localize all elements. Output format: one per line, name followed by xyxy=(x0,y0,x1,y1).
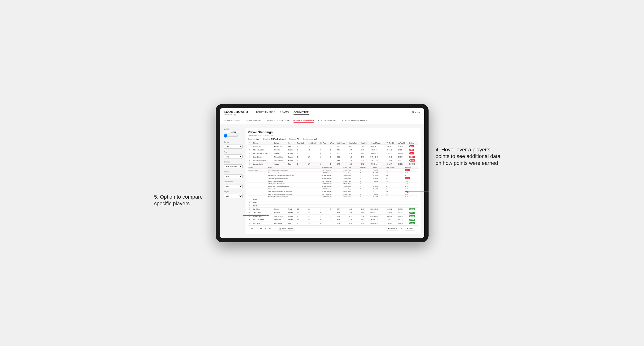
reset-icon[interactable]: ↺ xyxy=(269,227,271,230)
no-rds-label: No Rds. xyxy=(224,128,243,130)
points-badge[interactable]: 39.95 xyxy=(410,219,415,221)
col-vs-top25: Vs Top 25 xyxy=(386,142,397,145)
arrow-left-annotation xyxy=(240,211,269,220)
arrow-right-annotation xyxy=(402,187,431,196)
view-icon: ◉ xyxy=(279,228,281,230)
sub-nav: TEAM SUMMARY TEAM H2H GRID TEAM H2H HEAT… xyxy=(220,117,424,124)
tooltip-data-row: Tiger Invitational NCAA Division I Strok… xyxy=(248,172,418,174)
col-school: School xyxy=(273,142,287,145)
points-badge[interactable]: 68.34 xyxy=(410,156,415,158)
player-label: Player xyxy=(224,190,243,193)
points-badge[interactable]: 40.02 xyxy=(410,215,415,217)
tooltip-data-row: Wake Forest Invitational at Pinehurst No… xyxy=(248,174,418,177)
tooltip-data-row: SEC Match Play hosted by Jerry Pate NCAA… xyxy=(248,190,418,193)
logo-area: SCOREBOARD Powered by clipp xyxy=(224,110,248,115)
gender-label: Gender xyxy=(224,141,243,143)
table-row: 5 Christo Lamprecht Georgia Tech Fourth … xyxy=(248,159,418,162)
filter-conference: Conference: All xyxy=(303,138,317,140)
share-button[interactable]: ↗ Share xyxy=(405,227,415,230)
table-row: 3 Michael Thorbjornsen Stanford Fourth 1… xyxy=(248,152,418,155)
w-points-badge[interactable]: 40.64 xyxy=(405,169,410,171)
eye-icon: 👁 xyxy=(388,228,390,230)
filter-icon[interactable]: ⚙ xyxy=(260,227,262,230)
sidebar-no-rds: No Rds. — xyxy=(224,128,243,139)
filter-row: Gender: Men Division: NCAA Division I Re… xyxy=(248,138,418,140)
update-time: Update time: 27/01/2024 16:56:26 xyxy=(248,135,418,137)
sign-out-button[interactable]: Sign out xyxy=(412,111,420,114)
points-badge[interactable]: 38.49 xyxy=(410,222,415,224)
share-icon: ↗ xyxy=(406,228,408,230)
subnav-player-summary[interactable]: PLAYER SUMMARY xyxy=(294,119,314,123)
rank-cell: 1 xyxy=(248,145,252,148)
table-row: 25 Cole Sherwood Vanderbilt Fourth 12 23… xyxy=(248,218,418,221)
school-cell: Arizona State xyxy=(273,145,287,148)
col-vs-top50: Vs Top 50 xyxy=(397,142,408,145)
col-overall: Overall Record xyxy=(370,142,386,145)
year-select[interactable]: (All) xyxy=(224,155,243,159)
col-reg-rank: Reg Rank xyxy=(296,142,308,145)
download-icon[interactable]: ⤓ xyxy=(400,227,403,230)
nav-teams[interactable]: TEAMS xyxy=(280,111,289,115)
sidebar-conference: Conference (All) xyxy=(224,181,243,188)
w-points-badge[interactable]: 73.33 xyxy=(405,177,410,179)
sidebar-region: Region N/A xyxy=(224,171,243,178)
points-badge[interactable]: 40.27 xyxy=(410,212,415,214)
table-row: 6 Jackson Koivu Auburn First 2 27 2 1 67… xyxy=(248,162,418,166)
standings-title: Player Standings xyxy=(248,130,418,134)
subnav-player-h2h-grid[interactable]: PLAYER H2H GRID xyxy=(318,119,338,123)
clock-icon[interactable]: ⊙ xyxy=(273,227,276,230)
no-rds-max-input[interactable] xyxy=(234,131,240,134)
copy-icon[interactable]: ⊞ xyxy=(264,227,267,230)
undo-button[interactable]: ↩ xyxy=(251,227,253,230)
points-badge[interactable]: 70.2 xyxy=(410,152,414,155)
sidebar-year: Year (All) xyxy=(224,151,243,159)
table-row: 8 Mats xyxy=(248,201,418,204)
no-rds-range: — xyxy=(224,131,243,134)
bottom-toolbar: ↩ ↪ ⚙ ⊞ ↺ ⊙ ◉ View: Original xyxy=(248,225,418,232)
sidebar-gender: Gender Men xyxy=(224,141,243,149)
region-select[interactable]: N/A xyxy=(224,174,243,178)
table-row: 22 Ian Gilligan Florida Third 10 24 1 0 … xyxy=(248,207,418,211)
player-select[interactable]: (All) xyxy=(224,194,243,198)
points-badge[interactable]: 40.58 xyxy=(410,208,415,210)
col-points: Points xyxy=(408,142,418,145)
subnav-team-summary[interactable]: TEAM SUMMARY xyxy=(224,119,242,123)
tooltip-data-row: Southern Highlands Collegiate NCAA Divis… xyxy=(248,177,418,180)
share-label: Share xyxy=(408,228,414,230)
filter-division: Division: NCAA Division I xyxy=(263,138,286,140)
col-no-rds: No Rds. xyxy=(320,142,329,145)
tooltip-data-row: SEC Stroke Play hosted by Jerry Pate NCA… xyxy=(248,193,418,195)
logo-subtitle: Powered by clipp xyxy=(224,114,248,115)
points-badge[interactable]: 88.2 xyxy=(410,145,414,147)
tooltip-details-table: Player Event Event Division Event Type R… xyxy=(248,166,418,198)
watch-button[interactable]: 👁 Watch ▾ xyxy=(386,227,398,230)
gender-select[interactable]: Men xyxy=(224,145,243,149)
nav-committee[interactable]: COMMITTEE xyxy=(294,111,309,115)
tooltip-data-row: Jackson Koivu UNCW Seahawk Intercollegia… xyxy=(248,169,418,172)
watch-label: Watch xyxy=(390,228,395,230)
view-original-button[interactable]: ◉ View: Original xyxy=(278,227,295,230)
division-label: Division xyxy=(224,161,243,163)
points-badge[interactable]: 76.2 xyxy=(410,149,414,151)
conference-select[interactable]: (All) xyxy=(224,184,243,188)
table-row: 23 Jack Lundin Missouri Fourth 11 24 0 0… xyxy=(248,211,418,214)
standings-area: Player Standings Update time: 27/01/2024… xyxy=(246,128,420,234)
subnav-team-h2h-grid[interactable]: TEAM H2H GRID xyxy=(246,119,263,123)
logo-title: SCOREBOARD xyxy=(224,110,248,114)
tooltip-data-row: Williams Cup NCAA Division I Stroke Play… xyxy=(248,187,418,190)
col-rank: # xyxy=(248,142,252,145)
view-label: View: Original xyxy=(282,228,293,230)
division-select[interactable]: NCAA Division I xyxy=(224,164,243,169)
nav-tournaments[interactable]: TOURNAMENTS xyxy=(256,111,275,115)
col-player: Player xyxy=(252,142,274,145)
table-header: # Player School Yr Reg Rank Conf Rank No… xyxy=(248,142,418,145)
subnav-player-h2h-heatmap[interactable]: PLAYER H2H HEATMAP xyxy=(342,119,367,123)
subnav-team-h2h-heatmap[interactable]: TEAM H2H HEATMAP xyxy=(267,119,290,123)
sidebar-player: Player (All) xyxy=(224,190,243,198)
table-row: 26 Petr Hruby Washington Fifth 7 23 0 0 … xyxy=(248,221,418,225)
no-rds-min-input[interactable] xyxy=(224,131,230,134)
points-badge[interactable]: 60.49 xyxy=(410,160,415,162)
points-badge-active[interactable]: 58.18 xyxy=(410,163,415,165)
no-rds-slider[interactable] xyxy=(224,134,238,138)
redo-button[interactable]: ↪ xyxy=(255,227,258,230)
